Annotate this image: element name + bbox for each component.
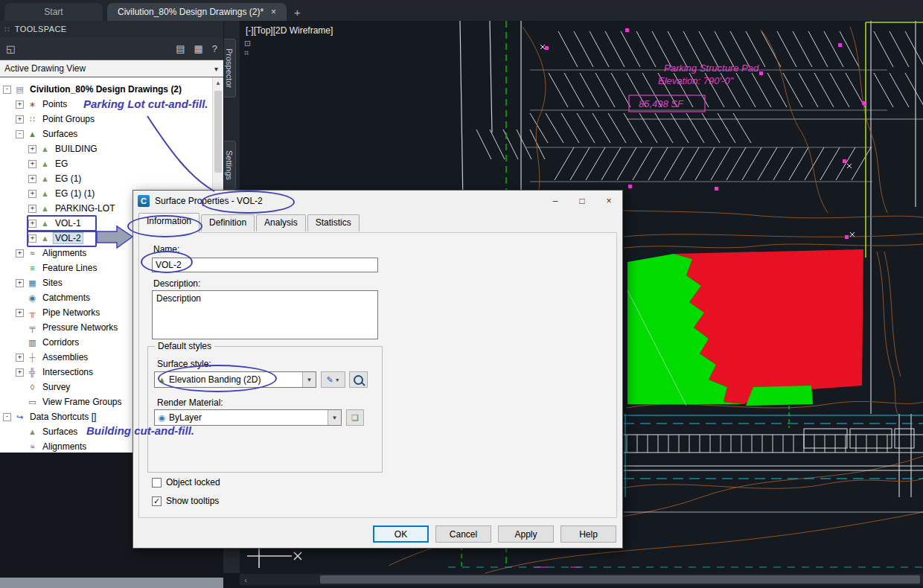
cancel-button[interactable]: Cancel <box>435 525 491 543</box>
catchments-icon: ◉ <box>27 293 38 303</box>
tree-item-label: Data Shortcuts [] <box>28 411 98 423</box>
collapse-icon[interactable]: - <box>3 86 11 94</box>
chevron-down-icon[interactable]: ▼ <box>302 372 316 387</box>
pad-elevation-text: Elevation: 790'-0" <box>658 75 734 86</box>
civil3d-icon: C <box>138 195 150 207</box>
toolspace-title: TOOLSPACE <box>15 25 67 33</box>
surface-properties-dialog: C Surface Properties - VOL-2 – □ × Infor… <box>132 190 623 549</box>
surface-style-icon: ▲ <box>155 375 169 384</box>
render-material-select[interactable]: ◉ ByLayer ▼ <box>154 409 342 426</box>
expand-icon[interactable]: + <box>16 368 24 377</box>
render-material-label: Render Material: <box>157 397 223 408</box>
default-styles-group: Default styles Surface style: ▲ Elevatio… <box>147 346 383 473</box>
expand-icon[interactable]: + <box>28 145 36 153</box>
tree-item-label: EG <box>53 158 70 170</box>
active-drawing-view-select[interactable]: Active Drawing View ▾ <box>0 60 223 77</box>
item-view-icon[interactable]: ▤ <box>176 43 185 54</box>
tab-settings[interactable]: Settings <box>223 141 236 190</box>
hscroll-thumb[interactable] <box>320 575 920 584</box>
expand-icon[interactable]: + <box>16 100 24 109</box>
tree-item-civilution-80-design-drawings-2[interactable]: -▤Civilution_80% Design Drawings (2) <box>0 82 223 97</box>
assemblies-icon: ┼ <box>27 353 38 362</box>
scroll-up-icon[interactable]: ▲ <box>213 77 223 88</box>
surface-style-select[interactable]: ▲ Elevation Banding (2D) ▼ <box>154 371 316 388</box>
panorama-icon[interactable]: ▦ <box>194 43 202 54</box>
pick-material-button[interactable]: ❏ <box>346 409 364 426</box>
tab-start[interactable]: Start <box>4 3 103 21</box>
maximize-icon[interactable]: □ <box>569 191 595 211</box>
expand-icon[interactable]: + <box>28 205 36 213</box>
tab-definition[interactable]: Definition <box>201 214 255 231</box>
object-locked-label: Object locked <box>166 477 220 488</box>
expand-icon[interactable]: + <box>16 115 24 124</box>
tree-item-label: Catchments <box>40 292 92 304</box>
dialog-tab-strip: Information Definition Analysis Statisti… <box>133 211 622 229</box>
help-icon[interactable]: ? <box>212 43 217 54</box>
surface-icon: ▲ <box>39 174 51 183</box>
surface-icon: ▲ <box>39 219 51 228</box>
render-material-value: ByLayer <box>169 412 328 423</box>
expand-icon[interactable]: + <box>16 309 24 317</box>
viewport-controls-label[interactable]: [-][Top][2D Wireframe] <box>246 25 333 36</box>
tab-analysis[interactable]: Analysis <box>256 214 306 231</box>
ok-button[interactable]: OK <box>373 525 429 543</box>
tab-statistics[interactable]: Statistics <box>307 214 360 231</box>
expand-icon[interactable]: + <box>28 175 36 183</box>
tree-item-label: Survey <box>40 381 72 393</box>
show-tooltips-label: Show tooltips <box>166 496 219 506</box>
tab-close-icon[interactable]: × <box>271 7 276 17</box>
pressure-networks-icon: ╤ <box>27 323 38 332</box>
point-groups-icon: ∷ <box>27 115 38 124</box>
expand-icon[interactable]: + <box>28 234 36 243</box>
tree-item-building[interactable]: +▲BUILDING <box>0 141 223 156</box>
palette-properties-icon[interactable]: ◱ <box>6 43 15 54</box>
checkbox-checked-icon[interactable]: ✓ <box>152 496 162 506</box>
help-button[interactable]: Help <box>560 525 616 543</box>
expand-icon[interactable]: + <box>16 279 24 287</box>
surface-style-label: Surface style: <box>157 359 211 369</box>
new-tab-button[interactable]: + <box>294 3 301 21</box>
apply-button[interactable]: Apply <box>498 525 554 543</box>
tab-drawing[interactable]: Civilution_80% Design Drawings (2)* × <box>107 3 287 21</box>
data-shortcuts-icon: ↪ <box>14 412 25 422</box>
active-drawing-view-label: Active Drawing View <box>4 63 86 74</box>
tab-information[interactable]: Information <box>138 213 199 233</box>
preview-style-button[interactable] <box>349 371 368 388</box>
chevron-down-icon[interactable]: ▼ <box>328 410 341 425</box>
taskbar-fragment <box>0 578 223 588</box>
scroll-thumb[interactable] <box>214 91 222 173</box>
expand-icon[interactable]: + <box>28 190 36 198</box>
minimize-icon[interactable]: – <box>542 191 569 211</box>
description-textarea[interactable]: Description <box>152 290 378 339</box>
dialog-titlebar[interactable]: C Surface Properties - VOL-2 – □ × <box>133 191 622 211</box>
horizontal-scrollbar[interactable]: ‹ <box>240 574 923 585</box>
tab-prospector[interactable]: Prospector <box>223 39 236 98</box>
tree-item-eg-1[interactable]: +▲EG (1) <box>0 171 223 186</box>
close-icon[interactable]: × <box>595 191 622 211</box>
collapse-icon[interactable]: - <box>3 413 11 421</box>
intersections-icon: ╬ <box>27 368 38 377</box>
information-tab-page: Name: Description: Description Default s… <box>138 232 617 518</box>
collapse-icon[interactable]: - <box>16 130 24 138</box>
tree-item-label: PARKING-LOT <box>53 202 117 214</box>
parking-note-text: Parking Lot cut-and-fill. <box>83 98 208 110</box>
surface-icon: ▲ <box>39 204 51 213</box>
tree-item-label: Points <box>40 98 69 110</box>
expand-icon[interactable]: + <box>28 160 36 168</box>
checkbox-unchecked-icon[interactable] <box>152 478 162 488</box>
show-tooltips-checkbox[interactable]: ✓ Show tooltips <box>152 496 219 506</box>
corridors-icon: ▥ <box>27 338 38 348</box>
object-locked-checkbox[interactable]: Object locked <box>152 477 220 488</box>
expand-icon[interactable]: + <box>16 249 24 258</box>
tree-item-eg[interactable]: +▲EG <box>0 156 223 171</box>
chevron-down-icon: ▾ <box>214 65 223 73</box>
tree-item-label: Alignments <box>40 441 89 453</box>
expand-icon[interactable]: + <box>16 354 24 362</box>
tree-item-point-groups[interactable]: +∷Point Groups <box>0 112 223 127</box>
scroll-left-icon[interactable]: ‹ <box>240 574 252 585</box>
edit-style-split-button[interactable]: ✎ ▼ <box>321 371 345 388</box>
cut-area-green-2 <box>746 386 813 406</box>
name-input[interactable] <box>152 258 378 272</box>
tree-item-surfaces[interactable]: -▲Surfaces <box>0 127 223 141</box>
expand-icon[interactable]: + <box>28 220 36 228</box>
